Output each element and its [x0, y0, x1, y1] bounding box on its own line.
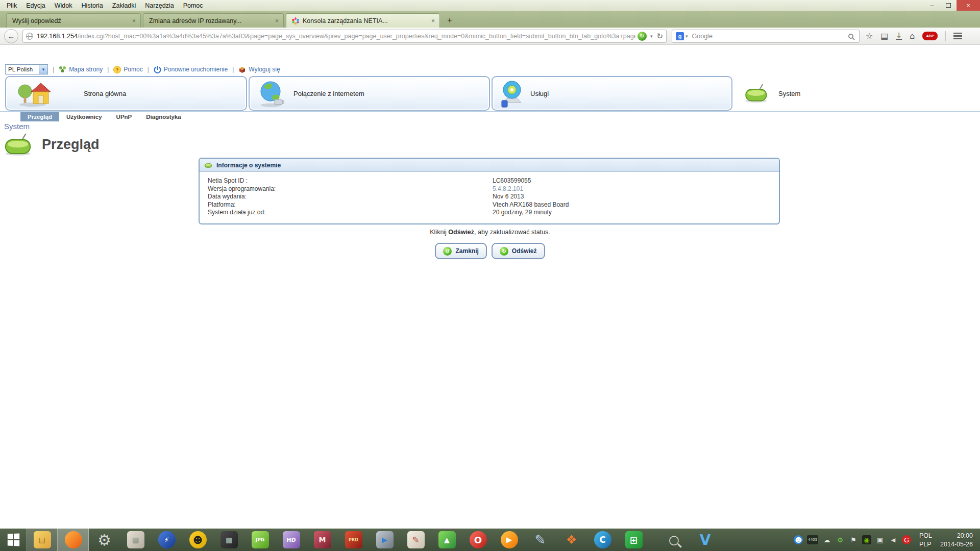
- taskbar-slot[interactable]: ✎: [525, 529, 556, 551]
- tab-close-icon[interactable]: ×: [431, 17, 435, 24]
- search-engine-dropdown-icon[interactable]: ▾: [685, 34, 688, 39]
- taskbar-app-opera[interactable]: O: [470, 531, 487, 548]
- back-button[interactable]: ←: [4, 29, 18, 43]
- taskbar-app-movie-library[interactable]: M: [314, 531, 331, 548]
- menu-narzędzia[interactable]: Narzędzia: [140, 1, 178, 10]
- logout-link[interactable]: Wyloguj się: [238, 66, 280, 73]
- taskbar-slot[interactable]: ⚙: [89, 529, 120, 551]
- url-text[interactable]: 192.168.1.254/index.cgi?host_mac=00%3a1a…: [37, 33, 635, 40]
- extension-status-icon[interactable]: ↻: [638, 32, 647, 41]
- taskbar-slot[interactable]: ○: [658, 529, 690, 551]
- subtab-przeglad[interactable]: Przegląd: [20, 112, 59, 121]
- taskbar-slot[interactable]: O: [462, 529, 494, 551]
- tab-close-icon[interactable]: ×: [132, 17, 136, 24]
- taskbar-app-cyberghost[interactable]: ☻: [189, 531, 207, 548]
- taskbar-app-search-pro2[interactable]: ○: [666, 531, 683, 548]
- taskbar-app-pencil-tool[interactable]: ✎: [532, 531, 549, 548]
- subtab-uzytkownicy[interactable]: Użytkownicy: [59, 112, 109, 121]
- taskbar-app-hd-video-converter[interactable]: HD: [283, 531, 300, 548]
- taskbar-slot[interactable]: ▲: [431, 529, 462, 551]
- taskbar-app-file-explorer[interactable]: ▤: [34, 531, 51, 548]
- downloads-icon[interactable]: ↓: [896, 32, 902, 40]
- url-dropdown-icon[interactable]: ▾: [650, 34, 653, 39]
- help-link[interactable]: ? Pomoc: [113, 66, 142, 73]
- close-window-button[interactable]: ×: [957, 0, 980, 11]
- url-bar[interactable]: 192.168.1.254/index.cgi?host_mac=00%3a1a…: [22, 30, 667, 43]
- close-panel-button[interactable]: ↺ Zamknij: [435, 243, 486, 259]
- taskbar-app-documents-folder[interactable]: ▥: [220, 531, 238, 548]
- menu-edycja[interactable]: Edycja: [21, 1, 50, 10]
- menu-historia[interactable]: Historia: [77, 1, 107, 10]
- nav-tab-system[interactable]: System: [737, 76, 976, 111]
- taskbar-slot[interactable]: HD: [276, 529, 307, 551]
- taskbar-slot[interactable]: V: [690, 529, 721, 551]
- start-button[interactable]: [0, 529, 27, 551]
- google-logo-icon[interactable]: g: [676, 32, 684, 40]
- new-tab-button[interactable]: +: [443, 14, 456, 27]
- reload-icon[interactable]: ↻: [656, 32, 663, 41]
- taskbar-slot[interactable]: ▶: [494, 529, 525, 551]
- taskbar-slot[interactable]: C: [587, 529, 618, 551]
- taskbar-slot[interactable]: ⚡: [151, 529, 182, 551]
- taskbar-slot[interactable]: M: [307, 529, 338, 551]
- search-bar[interactable]: g ▾ Google: [672, 30, 860, 43]
- tray-gdata-security-icon[interactable]: G: [902, 535, 911, 544]
- taskbar-slot[interactable]: ▤: [27, 529, 58, 551]
- bookmarks-menu-icon[interactable]: ▤: [880, 31, 888, 41]
- taskbar-app-clone-cd[interactable]: C: [594, 531, 611, 548]
- home-icon[interactable]: ⌂: [910, 31, 915, 41]
- taskbar-slot[interactable]: ▶: [369, 529, 400, 551]
- subtab-upnp[interactable]: UPnP: [109, 112, 139, 121]
- keyboard-lang[interactable]: POL: [919, 532, 932, 539]
- tab-close-icon[interactable]: ×: [275, 17, 279, 24]
- tray-gears-tray-icon[interactable]: ⚙: [836, 535, 845, 544]
- taskbar-clock[interactable]: POL PLP 20:00 2014-05-26: [919, 532, 973, 548]
- menu-zakładki[interactable]: Zakładki: [108, 1, 141, 10]
- taskbar-slot[interactable]: [58, 529, 89, 551]
- bookmark-star-icon[interactable]: ☆: [866, 31, 873, 41]
- taskbar-slot[interactable]: ✎: [400, 529, 431, 551]
- taskbar-app-nero-burning-rom[interactable]: ⚡: [158, 531, 176, 548]
- maximize-button[interactable]: [940, 0, 957, 11]
- taskbar-slot[interactable]: PRO: [338, 529, 369, 551]
- search-magnifier-icon[interactable]: [848, 34, 853, 39]
- taskbar-app-settings-gears[interactable]: ⚙: [96, 531, 113, 548]
- tray-flag-action-center-icon[interactable]: ⚑: [849, 535, 858, 544]
- taskbar-slot[interactable]: JPG: [244, 529, 276, 551]
- taskbar-app-media-player-classic[interactable]: ▶: [376, 531, 394, 548]
- taskbar-app-video-pro[interactable]: PRO: [345, 531, 362, 548]
- tray-nvidia-icon[interactable]: ◉: [862, 535, 871, 544]
- taskbar-app-vso-software[interactable]: V: [697, 531, 714, 548]
- menu-plik[interactable]: Plik: [2, 1, 21, 10]
- taskbar-app-firefox[interactable]: [65, 531, 82, 548]
- taskbar-slot[interactable]: ⊞: [618, 529, 649, 551]
- taskbar-app-media-player-orange[interactable]: ▶: [501, 531, 518, 548]
- taskbar-app-photo-gallery[interactable]: ▲: [438, 531, 456, 548]
- tray-cyberghost-tray-icon[interactable]: ☻: [794, 535, 803, 544]
- taskbar-app-windows-store[interactable]: ⊞: [625, 531, 643, 548]
- browser-tab-1[interactable]: Wyślij odpowiedź ×: [6, 13, 141, 28]
- tray-bandwidth-meter-icon[interactable]: 4403: [807, 535, 818, 544]
- taskbar-slot[interactable]: ▥: [213, 529, 244, 551]
- browser-tab-2[interactable]: Zmiana adresów IP rozdawany... ×: [143, 13, 284, 28]
- restart-link[interactable]: Ponowne uruchomienie: [154, 66, 228, 73]
- keyboard-layout[interactable]: PLP: [919, 541, 932, 548]
- taskbar-app-power-director[interactable]: ❖: [563, 531, 580, 548]
- taskbar-app-photo-editor[interactable]: ✎: [407, 531, 425, 548]
- search-input[interactable]: Google: [692, 33, 848, 40]
- minimize-button[interactable]: –: [924, 0, 940, 11]
- language-select[interactable]: PL Polish ▾: [5, 64, 48, 74]
- nav-tab-home[interactable]: Strona główna: [5, 76, 247, 111]
- nav-tab-services[interactable]: Usługi: [492, 76, 732, 111]
- refresh-button[interactable]: ↻ Odśwież: [492, 243, 545, 259]
- taskbar-slot[interactable]: ▦: [120, 529, 151, 551]
- taskbar-slot[interactable]: ❖: [556, 529, 587, 551]
- nav-tab-internet[interactable]: Połączenie z internetem: [249, 76, 490, 111]
- menu-hamburger-icon[interactable]: [953, 33, 962, 40]
- taskbar-app-image-tool[interactable]: ▦: [127, 531, 144, 548]
- tray-network-icon[interactable]: ▣: [875, 535, 885, 544]
- taskbar-app-jpg-video-converter[interactable]: JPG: [252, 531, 269, 548]
- menu-widok[interactable]: Widok: [50, 1, 77, 10]
- subtab-diagnostyka[interactable]: Diagnostyka: [139, 112, 188, 121]
- browser-tab-3-active[interactable]: Konsola zarządzania NETIA... ×: [286, 13, 440, 28]
